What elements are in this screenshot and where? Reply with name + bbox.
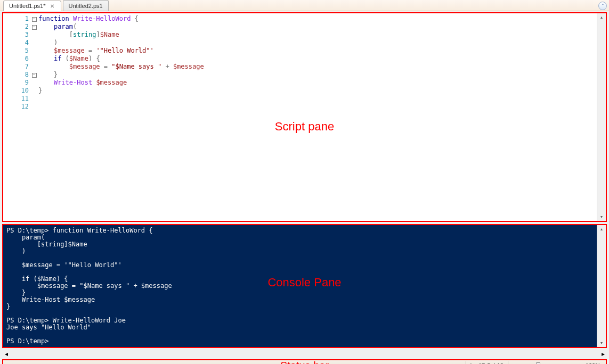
code-line[interactable]: } <box>38 71 597 79</box>
tab-untitled1[interactable]: Untitled1.ps1* ✕ <box>3 1 61 11</box>
annotation-status-bar: Status bar <box>280 360 329 365</box>
script-pane[interactable]: 123456789101112 −−− function Write-Hello… <box>2 12 607 222</box>
scroll-down-icon[interactable]: ▾ <box>598 339 606 347</box>
line-number-gutter: 123456789101112 <box>3 13 31 221</box>
line-number: 5 <box>3 47 30 55</box>
tab-label: Untitled1.ps1* <box>9 3 46 9</box>
code-line[interactable]: function Write-HelloWord { <box>38 15 597 23</box>
line-number: 10 <box>3 87 30 95</box>
scroll-up-icon[interactable]: ▴ <box>598 13 606 21</box>
horizontal-scrollbar[interactable]: ◂ ▸ <box>2 349 607 358</box>
fold-toggle-icon[interactable]: − <box>32 25 37 30</box>
scroll-down-icon[interactable]: ▾ <box>598 213 606 221</box>
status-bar: Status bar Ln 17 Col 13 − + 100% <box>2 359 607 364</box>
tab-bar: Untitled1.ps1* ✕ Untitled2.ps1 ˄ <box>0 0 609 11</box>
chevron-up-icon: ˄ <box>602 3 604 9</box>
code-line[interactable]: } <box>38 87 597 95</box>
line-number: 7 <box>3 63 30 71</box>
tab-label: Untitled2.ps1 <box>69 3 103 9</box>
divider <box>508 361 508 364</box>
code-line[interactable]: if ($Name) { <box>38 55 597 63</box>
line-number: 4 <box>3 39 30 47</box>
scroll-up-icon[interactable]: ▴ <box>598 225 606 233</box>
scroll-track[interactable] <box>10 349 599 358</box>
vertical-scrollbar[interactable]: ▴ ▾ <box>597 13 606 221</box>
scroll-right-icon[interactable]: ▸ <box>599 349 607 358</box>
code-editor[interactable]: function Write-HelloWord { param( [strin… <box>37 13 597 221</box>
console-pane[interactable]: PS D:\temp> function Write-HelloWord { p… <box>2 224 607 348</box>
line-number: 3 <box>3 31 30 39</box>
close-icon[interactable]: ✕ <box>49 3 55 9</box>
collapse-script-pane-button[interactable]: ˄ <box>598 2 607 10</box>
console-output[interactable]: PS D:\temp> function Write-HelloWord { p… <box>3 225 597 347</box>
line-number: 2 <box>3 23 30 31</box>
code-line[interactable]: ) <box>38 39 597 47</box>
line-number: 8 <box>3 71 30 79</box>
line-number: 11 <box>3 95 30 103</box>
code-line[interactable]: $message = '"Hello World"' <box>38 47 597 55</box>
code-line[interactable]: $message = "$Name says " + $message <box>38 63 597 71</box>
fold-toggle-icon[interactable]: − <box>32 73 37 78</box>
line-number: 6 <box>3 55 30 63</box>
code-line[interactable]: param( <box>38 23 597 31</box>
scroll-left-icon[interactable]: ◂ <box>2 349 10 358</box>
fold-toggle-icon[interactable]: − <box>32 17 37 22</box>
tab-untitled2[interactable]: Untitled2.ps1 <box>63 0 109 11</box>
code-line[interactable]: Write-Host $message <box>38 79 597 87</box>
vertical-scrollbar[interactable]: ▴ ▾ <box>597 225 606 347</box>
status-right-group: Ln 17 Col 13 − + 100% <box>466 361 606 364</box>
code-line[interactable]: [string]$Name <box>38 31 597 39</box>
line-number: 1 <box>3 15 30 23</box>
line-number: 12 <box>3 103 30 111</box>
line-number: 9 <box>3 79 30 87</box>
fold-column: −−− <box>31 13 37 221</box>
divider <box>466 361 466 364</box>
